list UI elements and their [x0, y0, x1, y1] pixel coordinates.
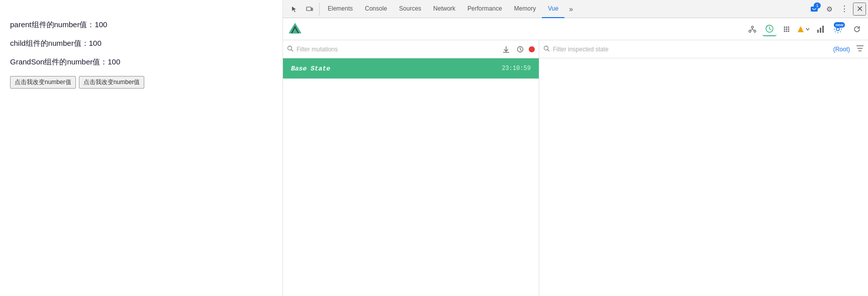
devtools-left-icons [285, 3, 320, 16]
svg-rect-1 [312, 8, 313, 11]
svg-point-6 [751, 26, 753, 28]
mutation-name: Base State [291, 65, 502, 72]
tab-vue[interactable]: Vue [542, 0, 564, 18]
cursor-icon[interactable] [288, 3, 301, 16]
time-travel-btn[interactable] [762, 22, 777, 36]
vertical-dots-icon: ⋮ [840, 4, 848, 14]
state-content-area [539, 58, 868, 296]
vue-logo [287, 21, 303, 37]
tab-console[interactable]: Console [359, 0, 393, 18]
change-number-btn-1[interactable]: 点击我改变number值 [10, 76, 76, 89]
state-search-icon [543, 45, 550, 53]
devtools-right-icons: 1 ⚙ ⋮ ✕ [808, 3, 866, 16]
svg-rect-26 [822, 26, 824, 33]
mutations-download-btn[interactable] [501, 44, 512, 55]
device-toggle-icon[interactable] [303, 3, 316, 16]
mutation-list: Base State 23:10:59 [283, 58, 539, 296]
tab-memory[interactable]: Memory [508, 0, 542, 18]
tab-sources[interactable]: Sources [393, 0, 427, 18]
tab-network[interactable]: Network [427, 0, 461, 18]
performance-btn[interactable] [814, 22, 828, 36]
gear-icon: ⚙ [826, 5, 833, 13]
mutations-filter-actions [501, 44, 535, 55]
svg-line-34 [548, 49, 550, 51]
message-count-badge: 1 [814, 3, 821, 9]
vue-toolbar: new [283, 18, 868, 40]
tab-elements[interactable]: Elements [322, 0, 359, 18]
svg-point-28 [288, 46, 292, 50]
svg-point-14 [784, 26, 786, 28]
mutations-filter-input[interactable] [297, 46, 498, 53]
messages-badge-btn[interactable]: 1 [808, 3, 821, 16]
more-options-btn[interactable]: ⋮ [838, 3, 851, 16]
svg-marker-23 [798, 26, 804, 32]
svg-point-21 [786, 30, 788, 32]
mutation-time: 23:10:59 [502, 65, 531, 72]
component-tree-btn[interactable] [745, 22, 759, 36]
close-devtools-btn[interactable]: ✕ [853, 3, 866, 16]
vue-main-area: Base State 23:10:59 (Root) [283, 40, 868, 296]
state-root-label[interactable]: (Root) [833, 46, 850, 53]
svg-point-33 [544, 46, 548, 50]
vue-settings-btn[interactable]: new [831, 22, 845, 36]
mutations-clock-btn[interactable] [515, 44, 526, 55]
svg-line-10 [750, 30, 752, 30]
svg-point-7 [749, 30, 751, 32]
mutation-item-base-state[interactable]: Base State 23:10:59 [283, 58, 539, 79]
child-number-text: child组件的number值：100 [10, 39, 272, 48]
svg-rect-25 [820, 28, 821, 33]
state-panel: (Root) [539, 40, 868, 296]
grandson-number-text: GrandSon组件的number值：100 [10, 57, 272, 67]
svg-point-18 [786, 28, 788, 30]
route-btn[interactable] [797, 22, 811, 36]
svg-point-22 [788, 30, 790, 32]
change-number-btn-2[interactable]: 点击我改变number值 [79, 76, 145, 89]
vue-devtools-content: new [283, 18, 868, 296]
mutations-search-icon [287, 45, 294, 53]
devtools-panel: Elements Console Sources Network Perform… [283, 0, 868, 296]
web-page-content: parent组件的number值：100 child组件的number值：100… [0, 0, 283, 296]
svg-line-11 [752, 30, 755, 30]
svg-point-17 [784, 28, 786, 30]
svg-line-29 [292, 49, 294, 51]
svg-rect-0 [307, 7, 311, 11]
component-dots-btn[interactable] [780, 22, 794, 36]
tab-performance[interactable]: Performance [461, 0, 508, 18]
state-filter-input[interactable] [553, 46, 830, 53]
svg-point-16 [788, 26, 790, 28]
new-badge: new [834, 22, 845, 28]
button-group: 点击我改变number值 点击我改变number值 [10, 76, 272, 89]
state-filter-lines-icon[interactable] [856, 45, 864, 53]
svg-point-15 [786, 26, 788, 28]
state-filter-bar: (Root) [539, 40, 868, 58]
svg-point-8 [754, 30, 756, 32]
svg-point-19 [788, 28, 790, 30]
settings-btn[interactable]: ⚙ [823, 3, 836, 16]
devtools-tabs-bar: Elements Console Sources Network Perform… [283, 0, 868, 18]
close-icon: ✕ [856, 4, 863, 14]
record-dot[interactable] [529, 46, 535, 52]
svg-point-27 [836, 28, 839, 31]
svg-point-20 [784, 30, 786, 32]
mutations-panel: Base State 23:10:59 [283, 40, 539, 296]
refresh-btn[interactable] [850, 22, 864, 36]
svg-rect-24 [817, 30, 819, 33]
more-tabs-btn[interactable]: » [564, 3, 577, 16]
mutations-filter-bar [283, 40, 539, 58]
parent-number-text: parent组件的number值：100 [10, 20, 272, 30]
